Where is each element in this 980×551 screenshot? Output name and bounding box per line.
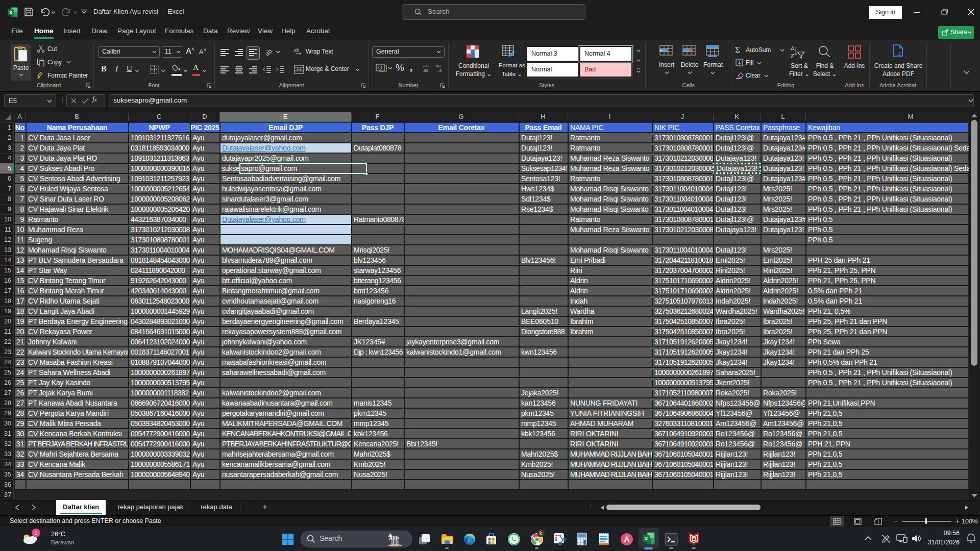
svg-text:←0: ←0 (422, 64, 429, 68)
svg-text:A: A (791, 45, 795, 52)
svg-text:x: x (9, 10, 12, 15)
svg-text:Z: Z (791, 53, 794, 59)
svg-text:ab: ab (294, 47, 299, 53)
svg-text:→0: →0 (435, 68, 442, 72)
svg-text:ab: ab (264, 47, 274, 57)
svg-text:.00: .00 (435, 64, 441, 68)
svg-text:.00: .00 (423, 68, 429, 72)
svg-text:x: x (645, 535, 648, 541)
